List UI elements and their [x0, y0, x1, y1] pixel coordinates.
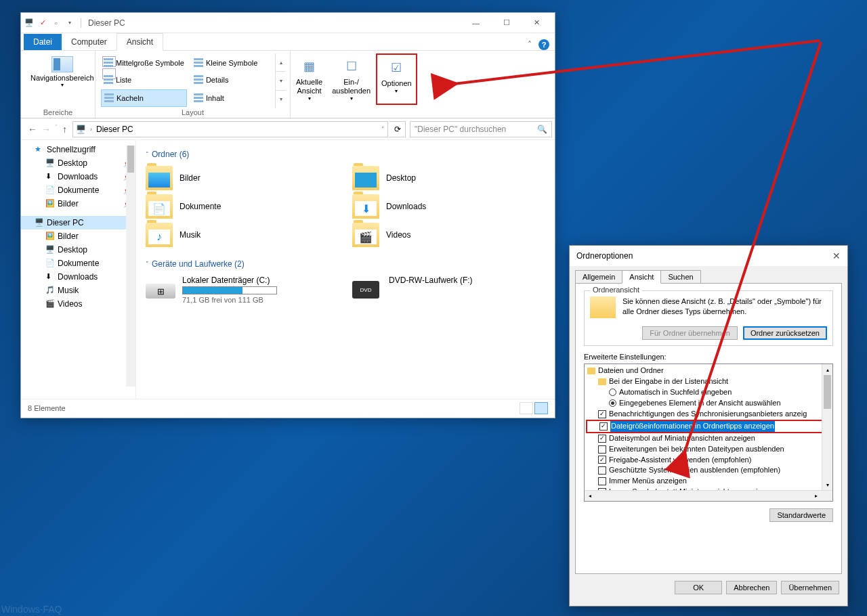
maximize-button[interactable]: ☐: [491, 14, 522, 32]
drive-c[interactable]: ⊞ Lokaler Datenträger (C:) 71,1 GB frei …: [146, 276, 339, 304]
folder-view-legend: Ordneransicht: [590, 286, 642, 294]
cancel-button[interactable]: Abbrechen: [726, 581, 777, 594]
tree-pc-documents[interactable]: 📄Dokumente: [21, 257, 135, 270]
scroll-down-icon[interactable]: ▾: [276, 72, 286, 90]
folder-desktop[interactable]: Desktop: [352, 166, 545, 190]
address-bar[interactable]: 🖥️ › Dieser PC ˅: [72, 121, 388, 137]
layout-list[interactable]: Liste: [101, 72, 187, 88]
dialog-close-button[interactable]: ✕: [832, 250, 841, 261]
tree-desktop[interactable]: 🖥️Desktop📌: [21, 156, 135, 170]
search-icon[interactable]: 🔍: [537, 125, 547, 134]
qa-dropdown-icon[interactable]: ▾: [64, 18, 75, 28]
explorer-body: ★Schnellzugriff 🖥️Desktop📌 ⬇Downloads📌 📄…: [21, 140, 555, 399]
adv-scrollbar-h[interactable]: ◂▸: [585, 490, 832, 501]
tree-quick-access[interactable]: ★Schnellzugriff: [21, 143, 135, 156]
advanced-settings-tree[interactable]: Dateien und Ordner Bei der Eingabe in de…: [584, 364, 833, 502]
layout-tiles[interactable]: Kacheln: [101, 89, 187, 107]
nav-tree[interactable]: ★Schnellzugriff 🖥️Desktop📌 ⬇Downloads📌 📄…: [21, 140, 136, 399]
tree-pc-pictures[interactable]: 🖼️Bilder: [21, 229, 135, 243]
details-view-icon[interactable]: [520, 402, 533, 414]
folder-documents[interactable]: 📄Dokumente: [146, 194, 339, 219]
adv-icon-on-thumb[interactable]: ✓Dateisymbol auf Miniaturansichten anzei…: [586, 433, 831, 444]
section-folders[interactable]: ˅Ordner (6): [146, 147, 545, 162]
tree-pictures[interactable]: 🖼️Bilder📌: [21, 197, 135, 211]
breadcrumb-sep-icon[interactable]: ›: [90, 126, 92, 133]
refresh-button[interactable]: ⟳: [389, 121, 406, 137]
adv-sync-notify[interactable]: ✓Benachrichtigungen des Synchronisierung…: [586, 409, 831, 420]
restore-defaults-button[interactable]: Standardwerte: [769, 508, 833, 522]
adv-scrollbar-v[interactable]: ▴▾: [822, 364, 832, 490]
layout-content[interactable]: Inhalt: [191, 89, 274, 107]
forward-button[interactable]: →: [41, 124, 51, 135]
help-icon[interactable]: ?: [538, 39, 549, 50]
qa-properties-icon[interactable]: ✓: [37, 18, 48, 28]
panes-group-label: Bereiche: [25, 108, 91, 118]
tab-view[interactable]: Ansicht: [117, 33, 163, 51]
folder-options-dialog: Ordneroptionen ✕ Allgemein Ansicht Suche…: [569, 245, 848, 607]
navigation-pane-label: Navigationsbereich: [30, 74, 94, 82]
tab-search[interactable]: Suchen: [660, 270, 700, 284]
drive-c-label: Lokaler Datenträger (C:): [182, 276, 277, 285]
tab-computer[interactable]: Computer: [62, 34, 117, 50]
tree-this-pc[interactable]: 🖥️Dieser PC: [21, 216, 135, 229]
adv-root[interactable]: Dateien und Ordner: [586, 366, 831, 376]
adv-filesize-tips[interactable]: ✓Dateigrößeinformationen in Ordnertipps …: [586, 420, 831, 433]
tiles-view-icon[interactable]: [534, 402, 548, 414]
tree-downloads[interactable]: ⬇Downloads📌: [21, 170, 135, 183]
folder-downloads[interactable]: ⬇Downloads: [352, 194, 545, 219]
radio-icon: [609, 389, 616, 396]
ok-button[interactable]: OK: [675, 581, 722, 594]
collapse-ribbon-icon[interactable]: ˄: [528, 40, 532, 49]
adv-typing-select[interactable]: Eingegebenes Element in der Ansicht ausw…: [586, 398, 831, 409]
checkbox-icon: ✓: [598, 435, 606, 443]
apply-button[interactable]: Übernehmen: [781, 581, 839, 594]
folder-music[interactable]: ♪Musik: [146, 223, 339, 247]
status-bar: 8 Elemente: [21, 399, 555, 416]
layout-scrollbar[interactable]: ▴ ▾ ▾: [275, 53, 286, 108]
adv-typing-auto[interactable]: Automatisch in Suchfeld eingeben: [586, 387, 831, 398]
apply-to-folders-button[interactable]: Für Ordner übernehmen: [642, 326, 738, 340]
drive-dvd[interactable]: DVD DVD-RW-Laufwerk (F:): [352, 276, 545, 304]
current-view-button[interactable]: ▦ Aktuelle Ansicht▾: [292, 53, 326, 105]
tree-scrollbar[interactable]: [126, 146, 135, 387]
folder-videos[interactable]: 🎬Videos: [352, 223, 545, 247]
titlebar[interactable]: 🖥️ ✓ ▫ ▾ Dieser PC — ☐ ✕: [21, 13, 555, 33]
options-button[interactable]: ☑ Optionen▾: [376, 53, 417, 105]
minimize-button[interactable]: —: [461, 14, 491, 32]
search-input[interactable]: "Dieser PC" durchsuchen 🔍: [410, 121, 552, 137]
adv-typing[interactable]: Bei der Eingabe in der Listenansicht: [586, 376, 831, 387]
dialog-titlebar[interactable]: Ordneroptionen ✕: [570, 246, 847, 266]
back-button[interactable]: ←: [28, 124, 37, 135]
recent-dropdown-icon[interactable]: ˅: [55, 124, 58, 135]
scroll-up-icon[interactable]: ▴: [276, 53, 286, 72]
address-dropdown-icon[interactable]: ˅: [381, 126, 385, 133]
qa-newfolder-icon[interactable]: ▫: [51, 18, 62, 28]
section-drives[interactable]: ˅Geräte und Laufwerke (2): [146, 257, 545, 271]
tab-file[interactable]: Datei: [24, 34, 62, 50]
show-hide-button[interactable]: ☐ Ein-/ ausblenden▾: [328, 53, 375, 105]
adv-always-menus[interactable]: Immer Menüs anzeigen: [586, 476, 831, 487]
tree-pc-videos[interactable]: 🎬Videos: [21, 297, 135, 311]
watermark: Windows-FAQ: [1, 604, 62, 615]
tab-general[interactable]: Allgemein: [575, 270, 622, 284]
layout-medium-icons[interactable]: Mittelgroße Symbole: [101, 55, 187, 71]
reset-folders-button[interactable]: Ordner zurücksetzen: [743, 326, 827, 340]
tree-pc-downloads[interactable]: ⬇Downloads: [21, 270, 135, 284]
folder-pictures[interactable]: Bilder: [146, 166, 339, 190]
breadcrumb[interactable]: Dieser PC: [96, 125, 133, 134]
expand-gallery-icon[interactable]: ▾: [276, 91, 286, 108]
layout-details[interactable]: Details: [191, 72, 274, 88]
tab-view-dlg[interactable]: Ansicht: [622, 270, 661, 284]
navigation-pane-button[interactable]: Navigationsbereich ▾: [25, 53, 100, 91]
adv-hide-ext[interactable]: Erweiterungen bei bekannten Dateitypen a…: [586, 444, 831, 455]
adv-sharing-wiz[interactable]: ✓Freigabe-Assistent verwenden (empfohlen…: [586, 455, 831, 466]
tree-documents[interactable]: 📄Dokumente📌: [21, 183, 135, 197]
tree-pc-desktop[interactable]: 🖥️Desktop: [21, 243, 135, 257]
layout-small-icons[interactable]: Kleine Symbole: [191, 55, 274, 71]
file-explorer-window: 🖥️ ✓ ▫ ▾ Dieser PC — ☐ ✕ Datei Computer …: [20, 12, 555, 418]
up-button[interactable]: ↑: [62, 124, 67, 135]
adv-hide-protected[interactable]: Geschützte Systemdateien ausblenden (emp…: [586, 465, 831, 476]
content-area[interactable]: ˅Ordner (6) Bilder Desktop 📄Dokumente ⬇D…: [136, 140, 555, 399]
close-button[interactable]: ✕: [522, 14, 552, 32]
tree-pc-music[interactable]: 🎵Musik: [21, 284, 135, 297]
